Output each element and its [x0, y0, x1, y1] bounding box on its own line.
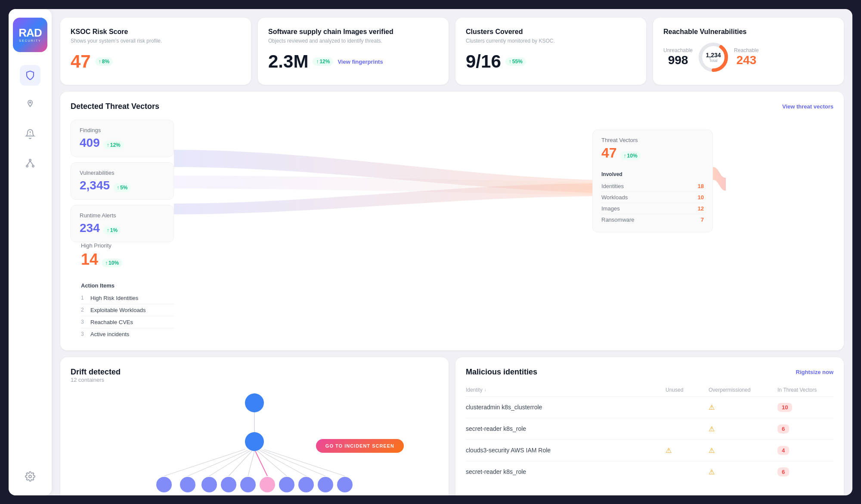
- svg-point-25: [156, 477, 172, 492]
- svg-line-23: [261, 450, 325, 476]
- svg-line-16: [188, 450, 248, 476]
- col-vectors: In Threat Vectors: [777, 387, 833, 393]
- clusters-metric-row: 9/16 55%: [466, 51, 636, 72]
- tv-row-value: 7: [701, 216, 704, 223]
- warn-icon: ⚠: [709, 447, 715, 454]
- svg-point-26: [180, 477, 195, 492]
- svg-line-24: [264, 449, 345, 476]
- threat-vectors-card: Detected Threat Vectors View threat vect…: [60, 92, 844, 350]
- warn-icon: ⚠: [709, 425, 715, 433]
- main-content: KSOC Risk Score Shows your system's over…: [52, 9, 852, 495]
- svg-point-4: [26, 165, 28, 167]
- reach-card-inner: Unreachable 998 1,234 Total: [663, 40, 833, 74]
- high-priority-col: High Priority 14 10% Action Items 1 High…: [71, 242, 174, 340]
- ksoc-metric-row: 47 8%: [71, 51, 241, 72]
- nav-graph[interactable]: [20, 153, 40, 173]
- identity-name: secret-reader k8s_role: [466, 468, 666, 475]
- runtime-label: Runtime Alerts: [80, 212, 165, 219]
- vectors-cell: 6: [777, 467, 833, 476]
- tv-row-ransomware: Ransomware 7: [601, 214, 704, 225]
- nav-settings[interactable]: [20, 466, 40, 487]
- rightsize-link[interactable]: Rightsize now: [796, 369, 833, 375]
- donut-label: Total: [706, 59, 721, 63]
- threat-vectors-box: Threat Vectors 47 10% Involved Identitie…: [592, 130, 713, 232]
- unreachable-value: 998: [663, 53, 693, 67]
- svg-point-14: [245, 432, 264, 451]
- table-row: clouds3-security AWS IAM Role ⚠ ⚠ 4: [466, 440, 833, 461]
- clusters-title: Clusters Covered: [466, 28, 636, 36]
- col-unused: Unused: [666, 387, 709, 393]
- svg-line-7: [30, 161, 33, 165]
- threat-badge: 10: [777, 403, 792, 412]
- hp-item-1: 1 High Risk Identities: [81, 292, 174, 304]
- incident-screen-button[interactable]: GO TO INCIDENT SCREEN: [316, 439, 404, 453]
- runtime-badge: 1%: [103, 226, 121, 235]
- vuln-box-value: 2,345: [80, 179, 110, 192]
- svg-point-8: [29, 475, 31, 478]
- donut-total: 1,234: [706, 52, 721, 59]
- hp-value: 14: [81, 250, 98, 269]
- svg-point-34: [337, 477, 353, 492]
- table-row: secret-reader k8s_role ⚠ 6: [466, 461, 833, 482]
- sidebar-bottom: [20, 466, 40, 487]
- clusters-subtitle: Clusters currently monitored by KSOC.: [466, 37, 636, 45]
- hp-badge: 10%: [102, 259, 122, 267]
- svg-point-5: [32, 165, 34, 167]
- supply-link[interactable]: View fingerprints: [338, 59, 383, 65]
- clusters-badge: 55%: [505, 57, 526, 66]
- supply-subtitle: Objects reviewed and analyzed to identif…: [268, 37, 438, 45]
- hp-title: High Priority: [81, 242, 174, 249]
- nav-shield[interactable]: [20, 65, 40, 86]
- svg-point-29: [240, 477, 256, 492]
- clusters-card: Clusters Covered Clusters currently moni…: [455, 18, 646, 85]
- overpermissioned-cell: ⚠: [709, 425, 777, 433]
- threat-badge: 6: [777, 424, 789, 433]
- supply-metric-row: 2.3M 12% View fingerprints: [268, 51, 438, 72]
- tv-row-workloads: Workloads 10: [601, 192, 704, 203]
- supply-chain-card: Software supply chain Images verified Ob…: [258, 18, 449, 85]
- threat-link[interactable]: View threat vectors: [782, 103, 833, 110]
- hp-item-3: 3 Reachable CVEs: [81, 316, 174, 328]
- unreachable-label: Unreachable: [663, 47, 693, 53]
- tv-value: 47: [601, 145, 617, 161]
- hp-label-3: Reachable CVEs: [90, 319, 133, 325]
- flow-area: [174, 133, 592, 229]
- hp-item-2: 2 Exploitable Workloads: [81, 304, 174, 316]
- app-wrapper: RAD SECURITY: [9, 9, 852, 495]
- logo-line2: SECURITY: [19, 39, 41, 42]
- clusters-value: 9/16: [466, 51, 501, 72]
- hp-num-1: 1: [81, 295, 87, 301]
- table-row: secret-reader k8s_role ⚠ 6: [466, 418, 833, 440]
- nav-alert[interactable]: [20, 124, 40, 144]
- tv-title: Threat Vectors: [601, 137, 704, 143]
- donut-chart: 1,234 Total: [696, 40, 731, 74]
- top-cards-row: KSOC Risk Score Shows your system's over…: [60, 18, 844, 85]
- table-header: Identity Unused Overpermissioned In Thre…: [466, 383, 833, 397]
- overpermissioned-cell: ⚠: [709, 403, 777, 411]
- svg-point-33: [318, 477, 333, 492]
- hp-label-2: Exploitable Workloads: [90, 307, 146, 313]
- malicious-identities-card: Malicious identities Rightsize now Ident…: [455, 357, 844, 495]
- identity-name: secret-reader k8s_role: [466, 425, 666, 432]
- findings-label: Findings: [80, 127, 165, 133]
- hp-item-4: 3 Active incidents: [81, 328, 174, 340]
- svg-line-15: [164, 449, 245, 476]
- vuln-title: Reachable Vulnerabilities: [663, 28, 833, 36]
- tv-row-label: Workloads: [601, 194, 628, 201]
- vectors-cell: 4: [777, 446, 833, 455]
- bottom-section: Drift detected 12 containers: [60, 357, 844, 495]
- tv-row-label: Ransomware: [601, 216, 635, 223]
- ksoc-value: 47: [71, 51, 91, 72]
- hp-label-4: Active incidents: [90, 331, 129, 337]
- tv-rows: Identities 18 Workloads 10 Images 12 R: [601, 181, 704, 225]
- logo-line1: RAD: [19, 27, 41, 38]
- findings-column: Findings 409 12% Vulnerabilities 2,345 5…: [71, 120, 174, 242]
- threat-content: Findings 409 12% Vulnerabilities 2,345 5…: [71, 120, 833, 340]
- nav-fingerprint[interactable]: [20, 94, 40, 115]
- unused-cell: ⚠: [666, 446, 709, 455]
- vectors-cell: 10: [777, 403, 833, 412]
- tree-visualization: GO TO INCIDENT SCREEN: [71, 390, 438, 495]
- malicious-header: Malicious identities Rightsize now: [466, 368, 833, 377]
- findings-value: 409: [80, 136, 100, 150]
- vuln-label: Vulnerabilities: [80, 170, 165, 176]
